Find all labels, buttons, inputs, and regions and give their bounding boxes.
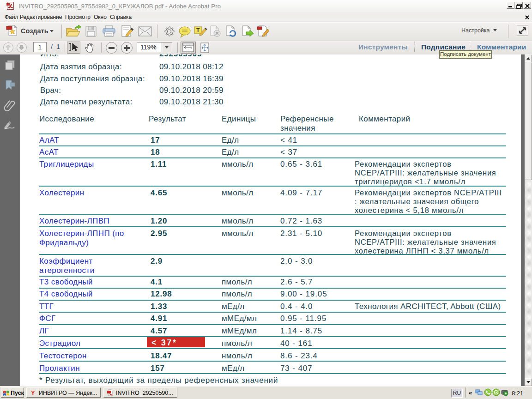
svg-text:T: T xyxy=(196,27,200,34)
